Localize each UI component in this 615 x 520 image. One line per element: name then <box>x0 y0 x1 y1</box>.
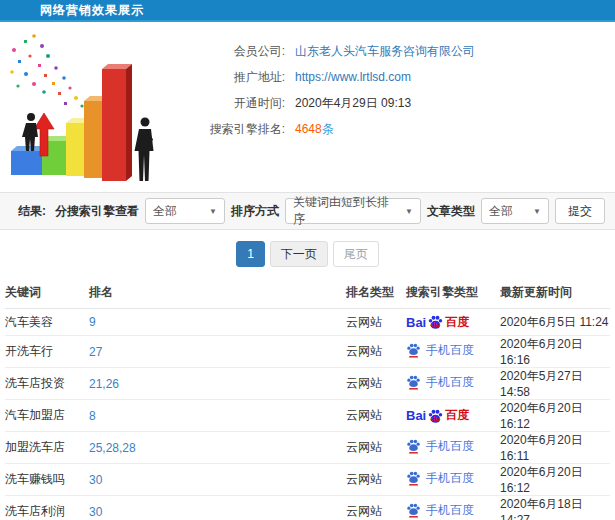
table-row: 洗车店投资 21,26 云网站 Bai du 百度 <box>5 368 610 400</box>
rank-type-cell: 云网站 <box>346 336 406 368</box>
page-title: 网络营销效果展示 <box>40 2 144 19</box>
header-keyword: 关键词 <box>5 276 89 309</box>
header-rank: 排名 <box>89 276 346 309</box>
rank-cell[interactable]: 30 <box>89 496 346 520</box>
table-row: 洗车赚钱吗 30 云网站 Bai du 百度 <box>5 464 610 496</box>
mobile-baidu-paw-icon <box>406 438 421 454</box>
keyword-cell: 开洗车行 <box>5 336 89 368</box>
header-engine-type: 搜索引擎类型 <box>406 276 500 309</box>
keyword-cell: 加盟洗车店 <box>5 432 89 464</box>
engine-type-cell: Bai du 百度 <box>406 496 500 520</box>
chevron-down-icon: ▼ <box>405 207 413 216</box>
keyword-cell: 洗车店投资 <box>5 368 89 400</box>
rank-type-cell: 云网站 <box>346 496 406 520</box>
open-time-value: 2020年4月29日 09:13 <box>295 95 411 112</box>
bar-chart-illustration <box>0 22 185 192</box>
rank-cell[interactable]: 30 <box>89 464 346 496</box>
rank-cell[interactable]: 27 <box>89 336 346 368</box>
rank-cell[interactable]: 8 <box>89 400 346 432</box>
company-row: 会员公司: 山东老人头汽车服务咨询有限公司 <box>185 38 475 64</box>
open-time-row: 开通时间: 2020年4月29日 09:13 <box>185 90 475 116</box>
engine-type-cell: Bai du 百度 <box>406 432 500 464</box>
sort-label: 排序方式 <box>231 203 279 220</box>
header-rank-type: 排名类型 <box>346 276 406 309</box>
rank-type-cell: 云网站 <box>346 368 406 400</box>
filter-controls: 分搜索引擎查看 全部 ▼ 排序方式 关键词由短到长排序 ▼ 文章类型 全部 ▼ … <box>55 198 605 224</box>
engine-view-select[interactable]: 全部 ▼ <box>145 198 225 224</box>
article-type-select[interactable]: 全部 ▼ <box>481 198 549 224</box>
engine-rank-value: 4648条 <box>295 121 334 138</box>
results-table: 关键词 排名 排名类型 搜索引擎类型 最新更新时间 汽车美容 9 云网站 Bai… <box>5 276 610 520</box>
company-label: 会员公司: <box>185 43 285 60</box>
company-name-link[interactable]: 山东老人头汽车服务咨询有限公司 <box>295 43 475 60</box>
table-row: 汽车加盟店 8 云网站 Bai du 百度 <box>5 400 610 432</box>
submit-button[interactable]: 提交 <box>555 198 605 224</box>
update-time-cell: 2020年6月20日 16:12 <box>500 464 610 496</box>
engine-type-cell: Bai du 百度 <box>406 400 500 432</box>
mobile-baidu-paw-icon <box>406 470 421 486</box>
update-time-cell: 2020年6月5日 11:24 <box>500 309 610 336</box>
rank-count-unit: 条 <box>322 122 334 136</box>
keyword-cell: 洗车赚钱吗 <box>5 464 89 496</box>
result-label: 结果: <box>18 203 46 220</box>
mobile-baidu-paw-icon <box>406 342 421 358</box>
growth-chart-image <box>4 28 182 188</box>
update-time-cell: 2020年6月20日 16:11 <box>500 432 610 464</box>
businessman-right <box>135 118 154 182</box>
rank-type-cell: 云网站 <box>346 464 406 496</box>
chevron-down-icon: ▼ <box>533 207 541 216</box>
engine-rank-label: 搜索引擎排名: <box>185 121 285 138</box>
page-1-button[interactable]: 1 <box>236 241 265 267</box>
engine-view-selected: 全部 <box>153 203 177 220</box>
engine-type-cell: Bai du 百度 <box>406 336 500 368</box>
confetti-dots <box>10 34 95 119</box>
businessman-left <box>22 113 38 151</box>
mobile-baidu-logo: 手机百度 <box>406 438 474 455</box>
engine-view-label: 分搜索引擎查看 <box>55 203 139 220</box>
rank-cell[interactable]: 25,28,28 <box>89 432 346 464</box>
next-page-button[interactable]: 下一页 <box>270 241 328 267</box>
engine-type-cell: Bai du 百度 <box>406 464 500 496</box>
sort-select[interactable]: 关键词由短到长排序 ▼ <box>285 198 421 224</box>
table-row: 洗车店利润 30 云网站 Bai du 百度 <box>5 496 610 520</box>
mobile-baidu-paw-icon <box>406 502 421 518</box>
engine-type-cell: Bai du 百度 <box>406 368 500 400</box>
update-time-cell: 2020年6月20日 16:12 <box>500 400 610 432</box>
open-time-label: 开通时间: <box>185 95 285 112</box>
mobile-baidu-logo: 手机百度 <box>406 470 474 487</box>
sort-selected: 关键词由短到长排序 <box>293 194 397 228</box>
baidu-logo: Bai du 百度 <box>406 407 469 424</box>
table-row: 汽车美容 9 云网站 Bai du 百度 <box>5 309 610 336</box>
promo-url-link[interactable]: https://www.lrtlsd.com <box>295 70 411 84</box>
top-title-bar: 网络营销效果展示 <box>0 0 615 22</box>
rank-cell[interactable]: 9 <box>89 309 346 336</box>
rank-cell[interactable]: 21,26 <box>89 368 346 400</box>
baidu-paw-icon: du <box>427 408 444 424</box>
article-type-label: 文章类型 <box>427 203 475 220</box>
update-time-cell: 2020年6月20日 16:16 <box>500 336 610 368</box>
company-info-section: 会员公司: 山东老人头汽车服务咨询有限公司 推广地址: https://www.… <box>0 22 615 192</box>
article-type-selected: 全部 <box>489 203 513 220</box>
update-time-cell: 2020年5月27日 14:58 <box>500 368 610 400</box>
keyword-cell: 汽车美容 <box>5 309 89 336</box>
table-row: 加盟洗车店 25,28,28 云网站 Bai du 百度 <box>5 432 610 464</box>
rank-count: 4648 <box>295 122 322 136</box>
last-page-button[interactable]: 尾页 <box>333 241 379 267</box>
rank-type-cell: 云网站 <box>346 400 406 432</box>
bar-red <box>102 64 132 181</box>
baidu-logo: Bai du 百度 <box>406 314 469 331</box>
promo-url-label: 推广地址: <box>185 69 285 86</box>
mobile-baidu-paw-icon <box>406 374 421 390</box>
pagination: 1 下一页 尾页 <box>0 230 615 276</box>
table-header-row: 关键词 排名 排名类型 搜索引擎类型 最新更新时间 <box>5 276 610 309</box>
keyword-cell: 汽车加盟店 <box>5 400 89 432</box>
company-info-panel: 会员公司: 山东老人头汽车服务咨询有限公司 推广地址: https://www.… <box>185 22 475 192</box>
update-time-cell: 2020年6月18日 14:27 <box>500 496 610 520</box>
table-row: 开洗车行 27 云网站 Bai du 百度 <box>5 336 610 368</box>
rank-type-cell: 云网站 <box>346 309 406 336</box>
promo-url-row: 推广地址: https://www.lrtlsd.com <box>185 64 475 90</box>
mobile-baidu-logo: 手机百度 <box>406 374 474 391</box>
mobile-baidu-logo: 手机百度 <box>406 502 474 519</box>
filter-bar: 结果: 分搜索引擎查看 全部 ▼ 排序方式 关键词由短到长排序 ▼ 文章类型 全… <box>0 192 615 230</box>
baidu-paw-icon: du <box>427 314 444 330</box>
